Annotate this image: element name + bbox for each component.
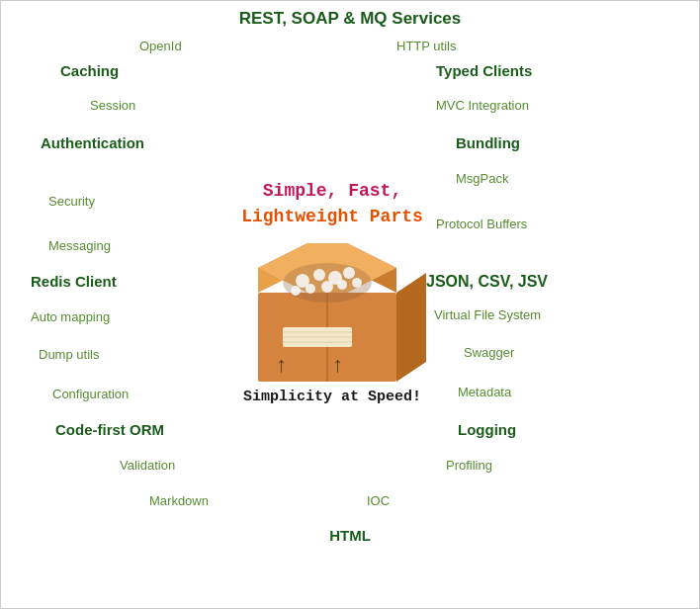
redis-heading: Redis Client xyxy=(31,273,117,290)
svg-point-13 xyxy=(291,286,301,296)
bundling-heading: Bundling xyxy=(456,134,520,151)
svg-text:↑: ↑ xyxy=(332,352,343,377)
json-heading: JSON, CSV, JSV xyxy=(426,273,548,291)
svg-point-9 xyxy=(343,267,355,279)
security-label: Security xyxy=(48,194,95,209)
svg-text:↑: ↑ xyxy=(276,352,287,377)
caching-heading: Caching xyxy=(60,62,119,79)
messaging-label: Messaging xyxy=(48,238,111,253)
main-title: REST, SOAP & MQ Services xyxy=(1,9,699,29)
svg-point-11 xyxy=(321,281,333,293)
markdown-label: Markdown xyxy=(149,493,209,508)
metadata-label: Metadata xyxy=(458,385,511,399)
ioc-label: IOC xyxy=(367,493,390,508)
html-label: HTML xyxy=(1,527,699,544)
validation-label: Validation xyxy=(120,458,175,473)
svg-point-7 xyxy=(313,269,325,281)
authentication-heading: Authentication xyxy=(41,134,144,151)
automapping-label: Auto mapping xyxy=(31,309,110,324)
swagger-label: Swagger xyxy=(464,345,514,360)
openid-label: OpenId xyxy=(139,39,182,53)
simplicity-label: Simplicity at Speed! xyxy=(219,389,446,405)
logging-heading: Logging xyxy=(458,421,516,438)
typed-clients-heading: Typed Clients xyxy=(436,62,532,79)
tagline-line2: Lightweight Parts xyxy=(219,207,446,226)
svg-point-10 xyxy=(306,284,315,294)
box-illustration: ↑ ↑ xyxy=(228,233,426,387)
http-utils-label: HTTP utils xyxy=(396,39,456,53)
dumputils-label: Dump utils xyxy=(39,347,99,362)
vfs-label: Virtual File System xyxy=(434,307,541,322)
main-page: REST, SOAP & MQ Services OpenId HTTP uti… xyxy=(0,0,700,609)
tagline-line1: Simple, Fast, xyxy=(219,181,446,201)
svg-point-14 xyxy=(352,278,362,288)
configuration-label: Configuration xyxy=(52,387,129,401)
protobuf-label: Protocol Buffers xyxy=(436,217,527,231)
codefirst-heading: Code-first ORM xyxy=(55,421,164,438)
profiling-label: Profiling xyxy=(446,458,492,473)
svg-marker-1 xyxy=(396,273,426,382)
svg-point-12 xyxy=(337,280,347,290)
msgpack-label: MsgPack xyxy=(456,171,508,186)
session-label: Session xyxy=(90,98,135,113)
mvc-label: MVC Integration xyxy=(436,98,529,113)
